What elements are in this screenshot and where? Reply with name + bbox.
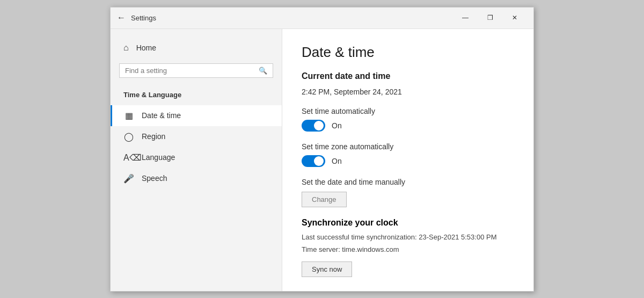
back-button[interactable]: ← xyxy=(117,13,126,23)
search-input[interactable] xyxy=(125,67,254,75)
sidebar: ⌂ Home 🔍 Time & Language ▦ Date & time ◯… xyxy=(111,29,282,291)
change-button[interactable]: Change xyxy=(302,192,347,207)
language-icon: A⌫ xyxy=(123,152,134,163)
maximize-button[interactable]: ❒ xyxy=(478,9,502,26)
sidebar-item-date-time[interactable]: ▦ Date & time xyxy=(111,105,282,126)
manual-date-time-row: Set the date and time manually Change xyxy=(302,178,514,207)
set-timezone-auto-label: Set time zone automatically xyxy=(302,142,514,151)
sidebar-section-title: Time & Language xyxy=(111,86,282,105)
minimize-button[interactable]: — xyxy=(453,9,478,26)
set-timezone-auto-row: Set time zone automatically On xyxy=(302,142,514,167)
main-content: Date & time Current date and time 2:42 P… xyxy=(282,29,533,291)
set-time-auto-label: Set time automatically xyxy=(302,107,514,115)
search-box: 🔍 xyxy=(119,63,273,78)
page-title: Date & time xyxy=(302,44,514,61)
content-area: ⌂ Home 🔍 Time & Language ▦ Date & time ◯… xyxy=(111,29,533,291)
region-icon: ◯ xyxy=(123,132,134,142)
sync-now-button[interactable]: Sync now xyxy=(302,261,352,277)
sidebar-item-label-date-time: Date & time xyxy=(142,111,181,120)
sidebar-home[interactable]: ⌂ Home xyxy=(111,38,282,58)
set-timezone-auto-toggle[interactable] xyxy=(302,155,325,167)
sidebar-item-label-language: Language xyxy=(142,153,175,162)
sidebar-item-region[interactable]: ◯ Region xyxy=(111,126,282,147)
set-time-auto-toggle[interactable] xyxy=(302,120,325,132)
sync-title: Synchronize your clock xyxy=(302,218,514,228)
set-time-auto-value: On xyxy=(332,121,342,130)
set-timezone-auto-toggle-row: On xyxy=(302,155,514,167)
sidebar-item-speech[interactable]: 🎤 Speech xyxy=(111,168,282,189)
search-icon: 🔍 xyxy=(259,67,267,75)
section-current-title: Current date and time xyxy=(302,71,514,81)
sidebar-item-language[interactable]: A⌫ Language xyxy=(111,147,282,168)
sidebar-item-label-speech: Speech xyxy=(142,174,167,183)
set-time-auto-row: Set time automatically On xyxy=(302,107,514,132)
close-button[interactable]: ✕ xyxy=(502,9,527,26)
window-controls: — ❒ ✕ xyxy=(453,9,527,26)
date-time-icon: ▦ xyxy=(123,111,134,121)
home-label: Home xyxy=(136,43,156,52)
home-icon: ⌂ xyxy=(123,43,129,53)
sync-last: Last successful time synchronization: 23… xyxy=(302,232,514,243)
set-time-auto-toggle-row: On xyxy=(302,120,514,132)
title-bar: ← Settings — ❒ ✕ xyxy=(111,8,533,29)
settings-window: ← Settings — ❒ ✕ ⌂ Home 🔍 Time & Languag… xyxy=(110,7,534,292)
current-time: 2:42 PM, September 24, 2021 xyxy=(302,88,514,96)
speech-icon: 🎤 xyxy=(123,173,134,184)
set-timezone-auto-value: On xyxy=(332,157,342,165)
window-title: Settings xyxy=(131,14,453,22)
sync-server: Time server: time.windows.com xyxy=(302,244,514,255)
manual-label: Set the date and time manually xyxy=(302,178,514,186)
sidebar-item-label-region: Region xyxy=(142,132,165,141)
sync-section: Synchronize your clock Last successful t… xyxy=(302,218,514,277)
sync-btn-row: Sync now xyxy=(302,261,514,277)
